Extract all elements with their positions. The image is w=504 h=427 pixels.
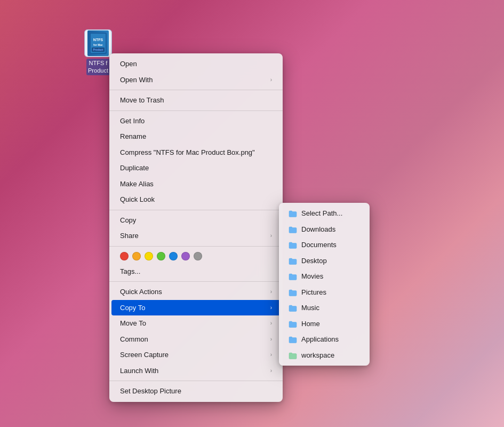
folder-special-icon: [289, 352, 297, 359]
folder-icon: [289, 241, 297, 248]
submenu-item-movies[interactable]: Movies: [281, 268, 367, 284]
chevron-icon: ›: [270, 76, 272, 84]
copy-to-submenu: Select Path... Downloads Documents Deskt…: [279, 203, 370, 366]
separator-4: [109, 246, 283, 247]
submenu-item-music[interactable]: Music: [281, 300, 367, 316]
menu-item-make-alias[interactable]: Make Alias: [111, 176, 281, 192]
folder-icon: [289, 257, 297, 264]
menu-item-copy-to[interactable]: Copy To ›: [111, 300, 281, 316]
svg-text:NTFS: NTFS: [93, 38, 103, 42]
folder-icon: [289, 336, 297, 343]
chevron-icon: ›: [270, 304, 272, 312]
separator-2: [109, 110, 283, 111]
menu-item-tags[interactable]: Tags...: [111, 264, 281, 280]
submenu-item-workspace[interactable]: workspace: [281, 347, 367, 363]
submenu-item-documents[interactable]: Documents: [281, 237, 367, 253]
chevron-icon: ›: [270, 232, 272, 240]
tag-yellow[interactable]: [145, 252, 153, 260]
separator-5: [109, 281, 283, 282]
menu-item-common[interactable]: Common ›: [111, 331, 281, 347]
folder-icon: [289, 210, 297, 217]
menu-item-launch-with[interactable]: Launch With ›: [111, 363, 281, 379]
menu-item-copy[interactable]: Copy: [111, 212, 281, 228]
tag-orange[interactable]: [132, 252, 141, 260]
folder-icon: [289, 273, 297, 280]
chevron-icon: ›: [270, 335, 272, 343]
context-menu: Open Open With › Move to Trash Get Info …: [109, 53, 283, 402]
submenu-item-home[interactable]: Home: [281, 316, 367, 332]
svg-text:for Mac: for Mac: [93, 43, 103, 46]
chevron-icon: ›: [270, 319, 272, 327]
menu-item-move-to[interactable]: Move To ›: [111, 315, 281, 331]
chevron-icon: ›: [270, 351, 272, 359]
folder-icon: [289, 289, 297, 296]
submenu-item-applications[interactable]: Applications: [281, 331, 367, 347]
menu-item-screen-capture[interactable]: Screen Capture ›: [111, 347, 281, 363]
tags-row: [111, 249, 281, 264]
menu-item-quick-actions[interactable]: Quick Actions ›: [111, 284, 281, 300]
menu-item-compress[interactable]: Compress "NTFS for Mac Product Box.png": [111, 145, 281, 161]
folder-icon: [289, 304, 297, 311]
menu-item-open[interactable]: Open: [111, 56, 281, 72]
icon-label: NTFS f Product: [86, 59, 110, 75]
menu-item-share[interactable]: Share ›: [111, 228, 281, 244]
separator-6: [109, 381, 283, 381]
svg-text:Product: Product: [93, 48, 103, 51]
tag-blue[interactable]: [169, 252, 178, 260]
chevron-icon: ›: [270, 288, 272, 296]
menu-item-set-desktop[interactable]: Set Desktop Picture: [111, 383, 281, 399]
submenu-item-downloads[interactable]: Downloads: [281, 222, 367, 238]
menu-item-move-trash[interactable]: Move to Trash: [111, 92, 281, 108]
menu-item-open-with[interactable]: Open With ›: [111, 72, 281, 88]
folder-icon: [289, 320, 297, 327]
tag-purple[interactable]: [181, 252, 190, 260]
file-icon: NTFS for Mac Product: [84, 29, 112, 57]
menu-item-duplicate[interactable]: Duplicate: [111, 160, 281, 176]
chevron-icon: ›: [270, 367, 272, 375]
tag-red[interactable]: [120, 252, 129, 260]
folder-icon: [289, 226, 297, 233]
submenu-item-desktop[interactable]: Desktop: [281, 253, 367, 269]
tag-gray[interactable]: [194, 252, 202, 260]
submenu-item-select-path[interactable]: Select Path...: [281, 205, 367, 222]
submenu-item-pictures[interactable]: Pictures: [281, 284, 367, 301]
menu-item-rename[interactable]: Rename: [111, 129, 281, 145]
menu-item-get-info[interactable]: Get Info: [111, 113, 281, 129]
separator-3: [109, 210, 283, 210]
separator-1: [109, 90, 283, 90]
tag-green[interactable]: [157, 252, 165, 260]
menu-item-quick-look[interactable]: Quick Look: [111, 192, 281, 208]
